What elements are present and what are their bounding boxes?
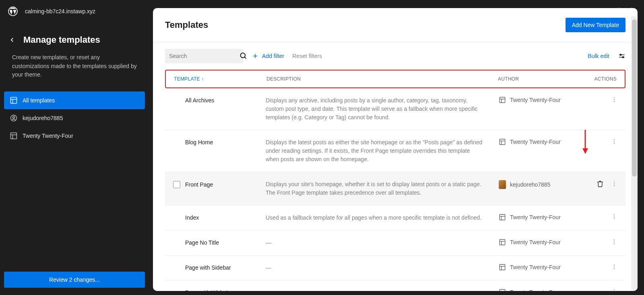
svg-point-23 bbox=[614, 97, 615, 98]
site-name[interactable]: calming-bb7c24.instawp.xyz bbox=[25, 8, 95, 15]
author-name: Twenty Twenty-Four bbox=[510, 97, 561, 103]
view-options-icon[interactable] bbox=[618, 52, 625, 60]
cell-template: Blog Home bbox=[173, 138, 266, 145]
cell-actions bbox=[581, 138, 617, 145]
svg-point-51 bbox=[614, 266, 615, 267]
reset-filters-button[interactable]: Reset filters bbox=[292, 53, 322, 59]
svg-point-56 bbox=[614, 289, 615, 290]
theme-layout-icon bbox=[499, 239, 506, 246]
more-actions-icon[interactable] bbox=[611, 138, 617, 145]
cell-actions bbox=[581, 239, 617, 245]
nav-label: Twenty Twenty-Four bbox=[23, 133, 73, 139]
cell-description: — bbox=[266, 289, 499, 291]
back-chevron-icon[interactable] bbox=[8, 36, 16, 44]
author-name: kejudoreho7885 bbox=[510, 181, 550, 188]
cell-template: Page No Title bbox=[173, 239, 266, 246]
svg-point-46 bbox=[614, 243, 615, 244]
svg-point-29 bbox=[614, 139, 615, 140]
nav-theme[interactable]: Twenty Twenty-Four bbox=[4, 127, 145, 145]
cell-template: Front Page bbox=[173, 180, 266, 188]
sidebar-description: Create new templates, or reset any custo… bbox=[8, 53, 141, 79]
search-field-wrap[interactable] bbox=[165, 49, 244, 63]
cell-description: — bbox=[266, 264, 499, 272]
more-actions-icon[interactable] bbox=[611, 181, 617, 187]
svg-point-18 bbox=[620, 54, 621, 55]
col-header-actions: ACTIONS bbox=[580, 76, 617, 82]
cell-description: Used as a fallback template for all page… bbox=[266, 214, 499, 222]
svg-point-50 bbox=[614, 264, 615, 265]
cell-template: Page with Wide Image bbox=[173, 289, 266, 291]
nav-all-templates[interactable]: All templates bbox=[4, 91, 145, 109]
template-name[interactable]: Blog Home bbox=[185, 139, 213, 145]
table-row[interactable]: Page with Wide Image—Twenty Twenty-Four bbox=[165, 280, 625, 291]
table-row[interactable]: Blog HomeDisplays the latest posts as ei… bbox=[165, 130, 625, 172]
theme-layout-icon bbox=[499, 264, 506, 271]
theme-layout-icon bbox=[499, 138, 506, 145]
add-new-template-button[interactable]: Add New Template bbox=[566, 18, 625, 32]
more-actions-icon[interactable] bbox=[611, 264, 617, 270]
cell-author: Twenty Twenty-Four bbox=[499, 289, 581, 291]
cell-author: Twenty Twenty-Four bbox=[499, 138, 581, 145]
scrollbar-arrow-down-icon[interactable]: ▾ bbox=[631, 289, 638, 291]
delete-icon[interactable] bbox=[597, 180, 604, 187]
table-row[interactable]: IndexUsed as a fallback template for all… bbox=[165, 206, 625, 231]
svg-rect-20 bbox=[500, 97, 505, 103]
svg-point-44 bbox=[614, 239, 615, 240]
col-header-author[interactable]: AUTHOR bbox=[498, 76, 580, 82]
svg-rect-53 bbox=[500, 289, 505, 291]
scrollbar[interactable]: ▾ bbox=[631, 16, 638, 291]
cell-template: All Archives bbox=[173, 96, 266, 104]
theme-layout-icon bbox=[499, 96, 506, 104]
sidebar-title: Manage templates bbox=[23, 35, 100, 45]
author-name: Twenty Twenty-Four bbox=[510, 264, 561, 270]
svg-rect-35 bbox=[500, 214, 505, 220]
search-input[interactable] bbox=[169, 53, 239, 59]
review-changes-button[interactable]: Review 2 changes... bbox=[4, 272, 145, 288]
row-checkbox[interactable] bbox=[173, 181, 180, 188]
template-name[interactable]: Page No Title bbox=[185, 239, 219, 246]
template-name[interactable]: All Archives bbox=[185, 97, 214, 104]
cell-actions bbox=[581, 289, 617, 291]
layout-icon bbox=[10, 132, 18, 140]
add-filter-label: Add filter bbox=[262, 53, 284, 59]
svg-point-31 bbox=[614, 143, 615, 144]
table-row[interactable]: Page with Sidebar—Twenty Twenty-Four bbox=[165, 256, 625, 280]
template-name[interactable]: Page with Sidebar bbox=[185, 264, 231, 271]
wordpress-logo-icon[interactable] bbox=[8, 6, 18, 16]
col-header-description[interactable]: DESCRIPTION bbox=[266, 76, 498, 82]
template-name[interactable]: Page with Wide Image bbox=[185, 289, 242, 291]
cell-description: Displays your site's homepage, whether i… bbox=[266, 180, 499, 197]
search-icon[interactable] bbox=[239, 52, 248, 60]
user-avatar-icon bbox=[499, 180, 506, 189]
svg-point-7 bbox=[11, 115, 17, 121]
sort-ascending-icon: ↑ bbox=[202, 77, 204, 81]
cell-actions bbox=[581, 264, 617, 270]
more-actions-icon[interactable] bbox=[611, 289, 617, 291]
author-name: Twenty Twenty-Four bbox=[510, 139, 561, 145]
table-row[interactable]: Front PageDisplays your site's homepage,… bbox=[165, 172, 625, 206]
svg-point-38 bbox=[614, 214, 615, 215]
svg-point-40 bbox=[614, 218, 615, 219]
bulk-edit-button[interactable]: Bulk edit bbox=[588, 53, 609, 59]
more-actions-icon[interactable] bbox=[611, 214, 617, 220]
user-icon bbox=[10, 114, 18, 122]
col-header-template[interactable]: TEMPLATE ↑ bbox=[174, 76, 266, 82]
table-row[interactable]: Page No Title—Twenty Twenty-Four bbox=[165, 231, 625, 256]
svg-line-13 bbox=[245, 57, 246, 59]
cell-author: kejudoreho7885 bbox=[499, 180, 581, 189]
svg-point-52 bbox=[614, 268, 615, 269]
cell-template: Page with Sidebar bbox=[173, 264, 266, 271]
svg-rect-47 bbox=[500, 264, 505, 270]
nav-user[interactable]: kejudoreho7885 bbox=[4, 109, 145, 127]
theme-layout-icon bbox=[499, 214, 506, 221]
more-actions-icon[interactable] bbox=[611, 96, 617, 103]
template-name[interactable]: Front Page bbox=[185, 181, 213, 188]
more-actions-icon[interactable] bbox=[611, 239, 617, 245]
add-filter-button[interactable]: Add filter bbox=[252, 52, 284, 60]
table-row[interactable]: All ArchivesDisplays any archive, includ… bbox=[165, 88, 625, 130]
svg-rect-4 bbox=[11, 98, 17, 104]
scrollbar-thumb[interactable] bbox=[632, 19, 637, 177]
template-name[interactable]: Index bbox=[185, 214, 199, 221]
svg-point-12 bbox=[241, 53, 246, 58]
svg-point-8 bbox=[13, 116, 15, 118]
